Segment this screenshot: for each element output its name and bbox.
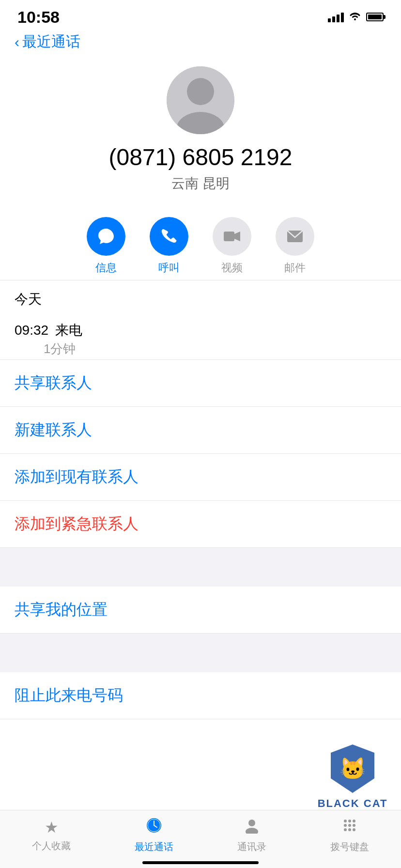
home-indicator	[142, 861, 259, 864]
video-icon-circle	[213, 217, 251, 256]
add-existing-label: 添加到现有联系人	[15, 468, 139, 485]
call-log-title: 今天	[15, 290, 386, 309]
svg-rect-3	[224, 232, 234, 241]
call-duration: 1分钟	[44, 341, 386, 357]
svg-point-1	[187, 78, 214, 105]
block-number-item[interactable]: 阻止此来电号码	[0, 672, 401, 719]
svg-point-15	[344, 824, 347, 827]
mail-action[interactable]: 邮件	[276, 217, 314, 275]
tab-recents[interactable]: 最近通话	[135, 817, 173, 853]
block-number-label: 阻止此来电号码	[15, 686, 123, 704]
call-icon	[150, 217, 188, 256]
watermark-label: BLACK CAT	[318, 797, 388, 810]
wifi-icon	[349, 11, 361, 23]
call-time: 09:32	[15, 323, 48, 338]
back-label: 最近通话	[22, 32, 80, 52]
svg-point-16	[348, 824, 351, 827]
contact-location: 云南 昆明	[171, 174, 230, 193]
keypad-label: 拨号键盘	[330, 840, 369, 853]
avatar	[167, 66, 234, 134]
contacts-icon	[244, 817, 260, 837]
action-buttons: 信息 呼叫 视频 邮件	[0, 207, 401, 280]
svg-point-10	[248, 820, 255, 826]
svg-point-17	[353, 824, 355, 827]
status-time: 10:58	[17, 8, 60, 27]
svg-point-11	[246, 828, 258, 834]
svg-point-12	[344, 820, 347, 822]
contacts-label: 通讯录	[237, 840, 266, 853]
call-action[interactable]: 呼叫	[150, 217, 188, 275]
contact-phone: (0871) 6805 2192	[109, 144, 293, 170]
favorites-label: 个人收藏	[32, 839, 71, 852]
video-action[interactable]: 视频	[213, 217, 251, 275]
new-contact-label: 新建联系人	[15, 421, 92, 438]
call-log-section: 今天 09:32 来电 1分钟	[0, 280, 401, 359]
favorites-icon: ★	[45, 818, 59, 837]
share-contact-label: 共享联系人	[15, 374, 92, 391]
back-chevron-icon: ‹	[15, 34, 19, 50]
status-bar: 10:58	[0, 0, 401, 27]
add-existing-item[interactable]: 添加到现有联系人	[0, 454, 401, 501]
back-button[interactable]: ‹ 最近通话	[15, 32, 80, 52]
share-contact-item[interactable]: 共享联系人	[0, 360, 401, 407]
svg-marker-4	[234, 232, 240, 241]
recents-icon	[146, 817, 162, 837]
watermark-shield-icon: 🐱	[326, 742, 379, 795]
svg-point-13	[348, 820, 351, 822]
svg-point-14	[353, 820, 355, 822]
svg-point-19	[348, 828, 351, 831]
message-icon	[87, 217, 125, 256]
status-icons	[328, 11, 384, 23]
tab-contacts[interactable]: 通讯录	[237, 817, 266, 853]
svg-text:🐱: 🐱	[339, 756, 366, 781]
mail-icon-circle	[276, 217, 314, 256]
add-emergency-label: 添加到紧急联系人	[15, 515, 139, 532]
share-location-label: 共享我的位置	[15, 601, 108, 618]
contact-header: (0871) 6805 2192 云南 昆明	[0, 57, 401, 207]
list-section: 共享联系人 新建联系人 添加到现有联系人 添加到紧急联系人	[0, 360, 401, 548]
new-contact-item[interactable]: 新建联系人	[0, 407, 401, 454]
add-emergency-item[interactable]: 添加到紧急联系人	[0, 501, 401, 548]
call-entry: 09:32 来电 1分钟	[15, 316, 386, 359]
battery-icon	[366, 13, 384, 21]
keypad-icon	[341, 817, 358, 837]
signal-icon	[328, 12, 344, 22]
video-label: 视频	[221, 261, 243, 275]
message-action[interactable]: 信息	[87, 217, 125, 275]
svg-point-20	[353, 828, 355, 831]
svg-point-18	[344, 828, 347, 831]
tab-keypad[interactable]: 拨号键盘	[330, 817, 369, 853]
mail-label: 邮件	[284, 261, 306, 275]
share-location-item[interactable]: 共享我的位置	[0, 587, 401, 634]
tab-bar: ★ 个人收藏 最近通话 通讯录	[0, 810, 401, 868]
nav-bar: ‹ 最近通话	[0, 27, 401, 57]
tab-favorites[interactable]: ★ 个人收藏	[32, 818, 71, 852]
call-type: 来电	[55, 321, 82, 340]
message-label: 信息	[95, 261, 117, 275]
gray-spacer-1	[0, 548, 401, 587]
call-label: 呼叫	[158, 261, 180, 275]
recents-label: 最近通话	[135, 840, 173, 853]
gray-spacer-2	[0, 634, 401, 672]
